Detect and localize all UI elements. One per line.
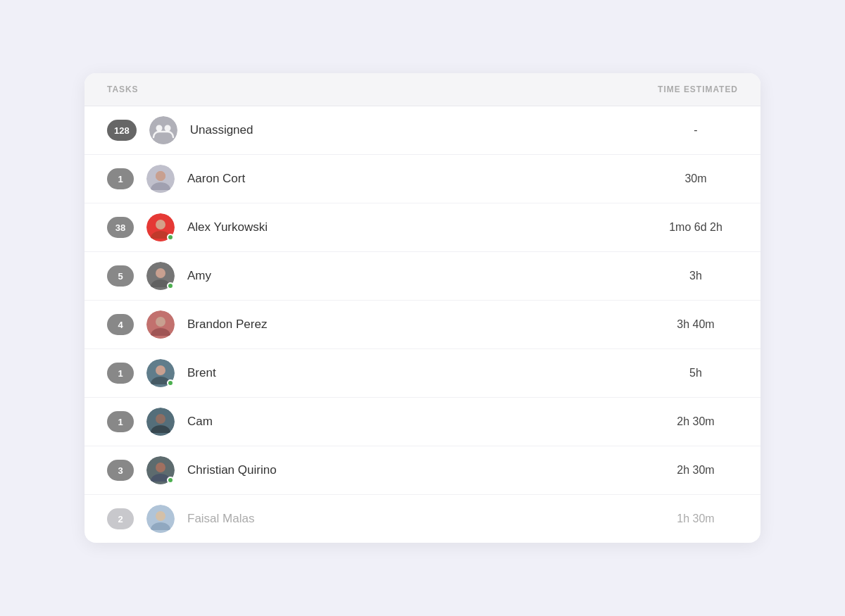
- task-count-aaron: 1: [107, 168, 134, 189]
- table-header: TASKS TIME ESTIMATED: [84, 73, 760, 106]
- task-count-christian: 3: [107, 460, 134, 481]
- table-row-amy[interactable]: 5 Amy 3h: [84, 252, 760, 301]
- time-estimated-amy: 3h: [653, 270, 738, 282]
- person-name-brent: Brent: [187, 366, 216, 380]
- row-left-unassigned: 128 Unassigned: [107, 116, 253, 144]
- svg-point-0: [149, 116, 177, 144]
- table-row-christian[interactable]: 3 Christian Quirino 2h 30m: [84, 446, 760, 495]
- time-estimated-faisal: 1h 30m: [653, 513, 738, 525]
- avatar-wrapper-cam: [146, 408, 175, 436]
- svg-point-2: [164, 125, 170, 132]
- avatar-wrapper-unassigned: [149, 116, 177, 144]
- table-row-aaron[interactable]: 1 Aaron Cort 30m: [84, 155, 760, 203]
- row-left-aaron: 1 Aaron Cort: [107, 165, 245, 193]
- table-body: 128 Unassigned - 1: [84, 106, 760, 543]
- online-indicator: [167, 477, 174, 484]
- svg-point-7: [156, 220, 165, 230]
- col-tasks-label: TASKS: [107, 84, 139, 94]
- person-name-unassigned: Unassigned: [190, 123, 254, 137]
- avatar-aaron: [146, 165, 175, 193]
- table-row-faisal[interactable]: 2 Faisal Malas 1h 30m: [84, 495, 760, 543]
- row-left-alex: 38 Alex Yurkowski: [107, 213, 268, 241]
- row-left-faisal: 2 Faisal Malas: [107, 505, 254, 533]
- table-row-unassigned[interactable]: 128 Unassigned -: [84, 106, 760, 155]
- svg-point-9: [156, 268, 165, 278]
- task-count-brent: 1: [107, 363, 134, 384]
- avatar-wrapper-brandon: [146, 310, 175, 339]
- online-indicator: [167, 234, 174, 241]
- table-row-brandon[interactable]: 4 Brandon Perez 3h 40m: [84, 301, 760, 349]
- avatar-wrapper-aaron: [146, 165, 175, 193]
- task-count-cam: 1: [107, 411, 134, 432]
- table-row-brent[interactable]: 1 Brent 5h: [84, 349, 760, 398]
- svg-point-15: [156, 414, 165, 424]
- person-name-aaron: Aaron Cort: [187, 172, 245, 186]
- svg-point-1: [156, 125, 162, 132]
- row-left-cam: 1 Cam: [107, 408, 213, 436]
- table-row-cam[interactable]: 1 Cam 2h 30m: [84, 398, 760, 446]
- avatar-wrapper-alex: [146, 213, 175, 241]
- table-row-alex[interactable]: 38 Alex Yurkowski 1mo 6d 2h: [84, 203, 760, 252]
- svg-point-17: [156, 463, 165, 472]
- online-indicator: [167, 282, 174, 289]
- task-count-amy: 5: [107, 265, 134, 287]
- person-name-alex: Alex Yurkowski: [187, 220, 268, 234]
- time-estimated-alex: 1mo 6d 2h: [653, 221, 738, 234]
- svg-point-19: [156, 511, 165, 521]
- avatar-unassigned: [149, 116, 177, 144]
- row-left-amy: 5 Amy: [107, 262, 211, 290]
- time-estimated-brent: 5h: [653, 367, 738, 379]
- avatar-cam: [146, 408, 175, 436]
- avatar-faisal: [146, 505, 175, 533]
- person-name-christian: Christian Quirino: [187, 463, 277, 477]
- task-count-faisal: 2: [107, 508, 134, 529]
- task-count-unassigned: 128: [107, 120, 137, 141]
- time-estimated-cam: 2h 30m: [653, 415, 738, 428]
- person-name-cam: Cam: [187, 415, 213, 429]
- time-estimated-aaron: 30m: [653, 172, 738, 185]
- person-name-brandon: Brandon Perez: [187, 318, 267, 332]
- person-name-amy: Amy: [187, 269, 211, 283]
- avatar-wrapper-amy: [146, 262, 175, 290]
- row-left-brandon: 4 Brandon Perez: [107, 310, 267, 339]
- avatar-wrapper-brent: [146, 359, 175, 387]
- svg-point-11: [156, 317, 165, 327]
- online-indicator: [167, 379, 174, 386]
- time-estimated-brandon: 3h 40m: [653, 318, 738, 331]
- row-left-brent: 1 Brent: [107, 359, 216, 387]
- col-time-label: TIME ESTIMATED: [658, 84, 738, 94]
- task-count-brandon: 4: [107, 314, 134, 335]
- time-estimated-christian: 2h 30m: [653, 464, 738, 477]
- svg-point-5: [156, 171, 165, 181]
- avatar-wrapper-christian: [146, 456, 175, 484]
- avatar-wrapper-faisal: [146, 505, 175, 533]
- avatar-brandon: [146, 310, 175, 339]
- task-count-alex: 38: [107, 217, 134, 238]
- svg-point-13: [156, 365, 165, 375]
- time-estimated-unassigned: -: [653, 124, 738, 137]
- row-left-christian: 3 Christian Quirino: [107, 456, 277, 484]
- person-name-faisal: Faisal Malas: [187, 512, 254, 526]
- main-card: TASKS TIME ESTIMATED 128 Unassigned: [84, 73, 760, 543]
